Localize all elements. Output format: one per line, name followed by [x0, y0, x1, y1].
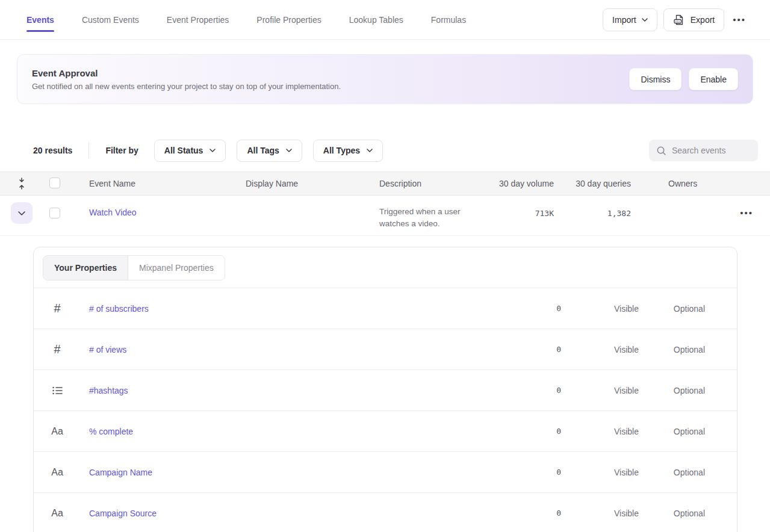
event-approval-banner: Event Approval Get notified on all new e… [17, 54, 753, 104]
tab-mixpanel-properties[interactable]: Mixpanel Properties [128, 256, 225, 280]
column-30-day-queries: 30 day queries [554, 179, 631, 188]
properties-tabs-bar: Your Properties Mixpanel Properties [34, 247, 737, 288]
property-queries-value: 0 [525, 509, 561, 518]
csv-file-icon: csv [673, 14, 685, 26]
properties-panel: Your Properties Mixpanel Properties # # … [33, 247, 737, 532]
property-row: Aa Campaign Name 0 Visible Optional [34, 452, 737, 493]
tab-custom-events[interactable]: Custom Events [82, 0, 139, 39]
property-name-link[interactable]: % complete [89, 427, 133, 436]
types-filter-dropdown[interactable]: All Types [313, 140, 383, 162]
property-name-link[interactable]: # of subscribers [89, 304, 149, 314]
chevron-down-icon [210, 149, 216, 152]
row-more-button[interactable]: ••• [737, 204, 756, 221]
property-row: # # of subscribers 0 Visible Optional [34, 288, 737, 329]
column-description: Description [379, 179, 494, 188]
types-filter-label: All Types [323, 146, 360, 155]
status-filter-label: All Status [164, 146, 203, 155]
svg-text:csv: csv [675, 20, 680, 23]
text-type-icon: Aa [51, 467, 64, 478]
event-volume: 713K [535, 209, 554, 218]
property-visibility: Visible [573, 304, 639, 314]
divider [88, 143, 89, 158]
property-name-link[interactable]: Campaign Name [89, 468, 152, 477]
top-nav: Events Custom Events Event Properties Pr… [0, 0, 770, 40]
event-row-watch-video: Watch Video Triggered when a user watche… [0, 196, 770, 236]
enable-button[interactable]: Enable [689, 68, 738, 90]
row-checkbox[interactable] [49, 208, 60, 218]
export-button[interactable]: csv Export [663, 8, 724, 31]
list-icon [51, 385, 64, 396]
tab-lookup-tables[interactable]: Lookup Tables [349, 0, 403, 39]
search-icon [656, 146, 666, 156]
import-button[interactable]: Import [603, 8, 657, 31]
dismiss-button[interactable]: Dismiss [629, 68, 682, 90]
event-name-link[interactable]: Watch Video [89, 208, 137, 217]
property-status: Optional [639, 468, 705, 477]
property-status: Optional [639, 386, 705, 395]
banner-actions: Dismiss Enable [629, 68, 738, 90]
property-row: Aa Campaign Source 0 Visible Optional [34, 493, 737, 532]
event-queries: 1,382 [607, 209, 631, 218]
text-type-icon: Aa [51, 426, 64, 437]
nav-more-button[interactable]: ••• [730, 11, 748, 28]
nav-actions: Import csv Export ••• [603, 0, 748, 39]
property-row: # # of views 0 Visible Optional [34, 329, 737, 370]
property-visibility: Visible [573, 468, 639, 477]
property-name-link[interactable]: # of views [89, 345, 126, 354]
property-status: Optional [639, 427, 705, 436]
filter-bar: 20 results Filter by All Status All Tags… [33, 140, 758, 161]
property-queries-value: 0 [525, 304, 561, 313]
banner-description: Get notified on all new events entering … [32, 82, 341, 91]
property-visibility: Visible [573, 509, 639, 518]
collapse-row-button[interactable] [11, 202, 33, 224]
collapse-all-icon[interactable] [11, 177, 33, 190]
property-visibility: Visible [573, 345, 639, 354]
tab-your-properties[interactable]: Your Properties [43, 256, 128, 280]
export-button-label: Export [691, 15, 715, 25]
banner-title: Event Approval [32, 68, 341, 78]
property-status: Optional [639, 304, 705, 314]
chevron-down-icon [286, 149, 292, 152]
property-queries-value: 0 [525, 345, 561, 354]
search-input[interactable] [672, 146, 751, 155]
column-event-name: Event Name [89, 179, 246, 188]
properties-tab-switcher: Your Properties Mixpanel Properties [43, 255, 225, 280]
property-visibility: Visible [573, 386, 639, 395]
nav-tab-list: Events Custom Events Event Properties Pr… [26, 0, 466, 39]
property-queries-value: 0 [525, 468, 561, 477]
search-box [649, 140, 758, 161]
property-queries-value: 0 [525, 386, 561, 395]
event-description: Triggered when a user watches a video. [379, 206, 483, 230]
number-icon: # [51, 342, 64, 356]
property-name-link[interactable]: #hashtags [89, 386, 128, 395]
tags-filter-label: All Tags [247, 146, 279, 155]
filter-by-label: Filter by [105, 146, 138, 155]
chevron-down-icon [367, 149, 373, 152]
tab-events[interactable]: Events [26, 0, 54, 39]
number-icon: # [51, 302, 64, 315]
events-table-header: Event Name Display Name Description 30 d… [0, 172, 770, 196]
property-visibility: Visible [573, 427, 639, 436]
tab-profile-properties[interactable]: Profile Properties [256, 0, 321, 39]
property-queries-value: 0 [525, 427, 561, 436]
chevron-down-icon [18, 211, 25, 215]
import-button-label: Import [612, 15, 636, 25]
property-row: #hashtags 0 Visible Optional [34, 370, 737, 411]
chevron-down-icon [642, 18, 648, 22]
property-name-link[interactable]: Campaign Source [89, 509, 157, 518]
column-30-day-volume: 30 day volume [494, 179, 554, 188]
status-filter-dropdown[interactable]: All Status [154, 140, 226, 162]
column-owners: Owners [668, 179, 731, 188]
text-type-icon: Aa [51, 508, 64, 519]
tab-event-properties[interactable]: Event Properties [167, 0, 229, 39]
select-all-checkbox[interactable] [49, 178, 60, 188]
property-row: Aa % complete 0 Visible Optional [34, 411, 737, 452]
results-count: 20 results [33, 146, 72, 155]
tab-formulas[interactable]: Formulas [431, 0, 466, 39]
column-display-name: Display Name [246, 179, 379, 188]
property-status: Optional [639, 509, 705, 518]
banner-text: Event Approval Get notified on all new e… [32, 68, 341, 91]
property-status: Optional [639, 345, 705, 354]
tags-filter-dropdown[interactable]: All Tags [237, 140, 302, 162]
